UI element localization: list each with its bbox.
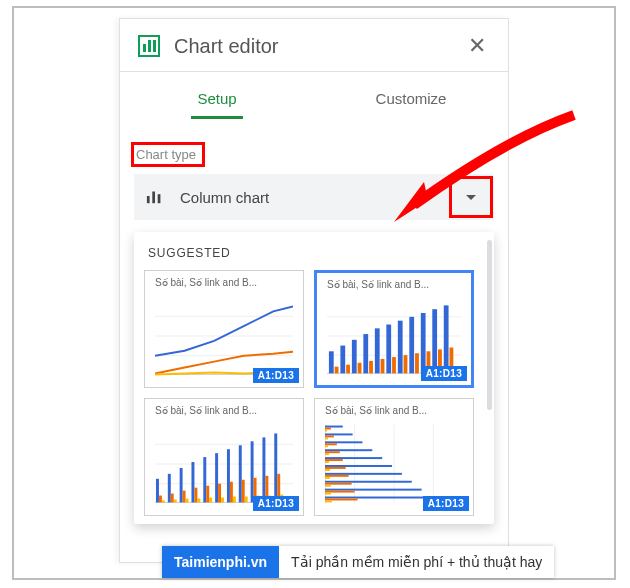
divider: [120, 71, 508, 72]
thumb-body: [155, 293, 293, 379]
panel-title: Chart editor: [174, 35, 464, 58]
svg-rect-98: [325, 489, 422, 491]
svg-rect-80: [325, 441, 362, 443]
range-badge: A1:D13: [253, 368, 299, 383]
svg-rect-52: [215, 453, 218, 502]
svg-rect-77: [325, 433, 353, 435]
svg-rect-44: [183, 491, 186, 503]
svg-rect-25: [369, 361, 373, 373]
svg-rect-42: [174, 499, 177, 502]
svg-rect-74: [325, 426, 343, 428]
chart-type-label: Chart type: [134, 145, 202, 164]
svg-rect-45: [186, 499, 189, 503]
svg-rect-92: [325, 473, 402, 475]
svg-rect-102: [325, 499, 358, 501]
thumb-title: Số bài, Số link and B...: [327, 279, 467, 290]
suggested-thumb-column-grouped[interactable]: Số bài, Số link and B...: [144, 398, 304, 516]
svg-rect-28: [404, 355, 408, 373]
svg-rect-60: [245, 497, 248, 503]
thumb-title: Số bài, Số link and B...: [155, 405, 295, 416]
svg-rect-47: [194, 488, 197, 503]
svg-rect-95: [325, 481, 412, 483]
svg-rect-55: [227, 449, 230, 502]
svg-rect-24: [358, 363, 362, 374]
triangle-down-icon: [466, 195, 476, 200]
svg-rect-27: [392, 357, 396, 373]
svg-rect-59: [242, 480, 245, 503]
svg-rect-64: [262, 437, 265, 502]
svg-rect-39: [162, 500, 165, 502]
range-badge: A1:D13: [421, 366, 467, 381]
svg-rect-93: [325, 475, 349, 477]
thumb-body: [327, 295, 461, 377]
svg-rect-2: [158, 194, 161, 203]
watermark-tagline: Tải phần mềm miễn phí + thủ thuật hay: [279, 546, 554, 578]
svg-rect-54: [221, 498, 224, 503]
chart-editor-panel: Chart editor ✕ Setup Customize Chart typ…: [119, 18, 509, 563]
column-chart-icon: [146, 187, 166, 208]
line-chart-icon: [155, 293, 293, 379]
tab-setup[interactable]: Setup: [120, 90, 314, 119]
svg-rect-87: [325, 459, 343, 461]
svg-rect-97: [325, 485, 331, 487]
svg-rect-21: [444, 305, 449, 373]
svg-rect-94: [325, 477, 330, 479]
svg-rect-17: [398, 321, 403, 374]
svg-rect-61: [251, 441, 254, 502]
svg-rect-53: [218, 484, 221, 503]
svg-rect-79: [325, 437, 328, 439]
suggested-grid: Số bài, Số link and B... A1:D13: [144, 270, 484, 516]
svg-rect-84: [325, 451, 340, 453]
svg-rect-41: [171, 494, 174, 503]
tab-customize[interactable]: Customize: [314, 90, 508, 119]
chart-type-selector[interactable]: Column chart: [134, 174, 494, 220]
suggested-thumb-column-single[interactable]: Số bài, Số link and B...: [314, 270, 474, 388]
svg-rect-26: [381, 359, 385, 373]
chevron-down-icon[interactable]: [452, 179, 490, 215]
suggested-thumb-bar[interactable]: Số bài, Số link and B...: [314, 398, 474, 516]
svg-rect-22: [335, 367, 339, 374]
bar-chart-icon: [325, 421, 463, 507]
svg-rect-103: [325, 500, 332, 502]
svg-rect-11: [329, 351, 334, 373]
svg-rect-75: [325, 428, 331, 430]
svg-rect-48: [197, 499, 200, 503]
svg-rect-88: [325, 461, 329, 463]
svg-rect-0: [147, 196, 150, 203]
thumb-title: Số bài, Số link and B...: [155, 277, 295, 288]
svg-rect-86: [325, 457, 382, 459]
svg-rect-96: [325, 483, 352, 485]
svg-rect-37: [156, 479, 159, 503]
svg-rect-99: [325, 491, 355, 493]
svg-rect-76: [325, 430, 327, 432]
range-badge: A1:D13: [253, 496, 299, 511]
suggested-thumb-line[interactable]: Số bài, Số link and B... A1:D13: [144, 270, 304, 388]
panel-header: Chart editor ✕: [120, 19, 508, 71]
grouped-column-chart-icon: [155, 421, 293, 507]
column-chart-icon: [327, 295, 461, 377]
svg-rect-51: [209, 498, 212, 503]
svg-rect-85: [325, 453, 329, 455]
svg-rect-89: [325, 465, 392, 467]
svg-rect-1: [152, 191, 155, 203]
svg-rect-46: [191, 462, 194, 502]
svg-rect-13: [352, 340, 357, 374]
svg-rect-49: [203, 457, 206, 502]
suggested-label: SUGGESTED: [148, 246, 484, 260]
svg-rect-16: [386, 325, 391, 374]
watermark: Taimienphi.vn Tải phần mềm miễn phí + th…: [162, 546, 554, 578]
svg-rect-50: [206, 486, 209, 503]
tabs: Setup Customize: [120, 90, 508, 119]
chart-logo-icon: [138, 35, 160, 57]
svg-rect-67: [274, 433, 277, 502]
svg-rect-57: [233, 497, 236, 503]
svg-rect-90: [325, 467, 346, 469]
svg-rect-38: [159, 496, 162, 503]
range-badge: A1:D13: [423, 496, 469, 511]
svg-rect-19: [421, 313, 426, 373]
close-icon[interactable]: ✕: [464, 33, 490, 59]
chart-type-dropdown: SUGGESTED Số bài, Số link and B...: [134, 232, 494, 524]
svg-rect-83: [325, 449, 372, 451]
svg-rect-40: [168, 474, 171, 503]
svg-rect-23: [346, 365, 350, 374]
